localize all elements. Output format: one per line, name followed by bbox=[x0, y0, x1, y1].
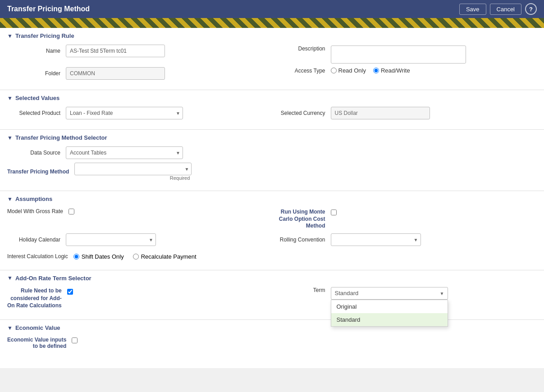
add-on-rule-checkbox[interactable] bbox=[67, 289, 73, 295]
holiday-select-wrapper: ▼ bbox=[66, 233, 156, 246]
folder-group: Folder bbox=[7, 67, 272, 80]
assumptions-header[interactable]: ▼ Assumptions bbox=[7, 196, 537, 202]
selected-values-title: Selected Values bbox=[15, 95, 59, 101]
data-source-select-wrapper: Account Tables Manual ▼ bbox=[66, 146, 183, 159]
page-title: Transfer Pricing Method bbox=[7, 5, 456, 13]
rolling-row: Rolling Convention ▼ bbox=[272, 233, 537, 246]
access-type-label: Access Type bbox=[272, 68, 331, 74]
economic-inputs-row: Economic Value inputsto be defined bbox=[7, 337, 537, 349]
monte-carlo-checkbox-field bbox=[331, 209, 337, 215]
name-description-row: Name Description bbox=[7, 45, 537, 64]
name-label: Name bbox=[7, 48, 66, 54]
currency-group: Selected Currency bbox=[272, 107, 537, 119]
economic-value-section: ▼ Economic Value Economic Value inputsto… bbox=[0, 320, 544, 359]
rolling-right: Rolling Convention ▼ bbox=[272, 233, 537, 246]
tp-method-group: Transfer Pricing Method ▼ Required bbox=[7, 163, 537, 181]
stripe-bar bbox=[0, 18, 544, 28]
selected-values-section: ▼ Selected Values Selected Product Loan … bbox=[0, 90, 544, 130]
rolling-select-wrapper: ▼ bbox=[331, 233, 421, 246]
economic-inputs-checkbox[interactable] bbox=[72, 337, 78, 343]
rolling-conv-label: Rolling Convention bbox=[272, 237, 331, 243]
currency-input bbox=[331, 107, 430, 119]
tp-method-selector-title: Transfer Pricing Method Selector bbox=[15, 134, 107, 141]
description-group: Description bbox=[272, 45, 537, 64]
gross-rate-label: Model With Gross Rate bbox=[7, 208, 69, 214]
recalculate-radio[interactable] bbox=[133, 254, 139, 260]
monte-carlo-row: Run Using MonteCarlo Option CostMethod bbox=[272, 208, 537, 230]
folder-access-row: Folder Access Type Read Only Read/Write bbox=[7, 67, 537, 80]
read-write-option[interactable]: Read/Write bbox=[373, 67, 410, 74]
name-group: Name bbox=[7, 45, 272, 57]
name-input[interactable] bbox=[66, 45, 165, 57]
data-source-label: Data Source bbox=[7, 150, 66, 156]
tp-method-selector-section: ▼ Transfer Pricing Method Selector Data … bbox=[0, 130, 544, 191]
term-label: Term bbox=[272, 287, 331, 293]
folder-input bbox=[66, 67, 165, 80]
data-source-row: Data Source Account Tables Manual ▼ bbox=[7, 146, 537, 159]
chevron-down-icon: ▼ bbox=[7, 135, 13, 141]
economic-value-header[interactable]: ▼ Economic Value bbox=[7, 324, 537, 331]
read-write-label: Read/Write bbox=[381, 67, 410, 74]
gross-rate-checkbox[interactable] bbox=[69, 209, 74, 214]
tp-method-selector-header[interactable]: ▼ Transfer Pricing Method Selector bbox=[7, 134, 537, 141]
add-on-rule-term-row: Rule Need to beconsidered for Add-On Rat… bbox=[7, 287, 537, 310]
product-select-wrapper: Loan - Fixed Rate ▼ bbox=[66, 107, 183, 119]
assumptions-section: ▼ Assumptions Model With Gross Rate Run … bbox=[0, 191, 544, 270]
chevron-down-icon: ▼ bbox=[7, 95, 13, 101]
chevron-down-icon: ▼ bbox=[7, 275, 13, 281]
shift-dates-option[interactable]: Shift Dates Only bbox=[73, 253, 124, 260]
term-option-standard[interactable]: Standard bbox=[331, 313, 448, 326]
gross-rate-checkbox-field bbox=[69, 208, 74, 214]
add-on-rate-section: ▼ Add-On Rate Term Selector Rule Need to… bbox=[0, 270, 544, 320]
rolling-select[interactable] bbox=[331, 233, 421, 246]
interest-calc-row: Interest Calculation Logic Shift Dates O… bbox=[7, 253, 537, 260]
tp-method-select-group: ▼ Required bbox=[74, 163, 192, 181]
product-label: Selected Product bbox=[7, 110, 66, 116]
assumptions-left: Model With Gross Rate bbox=[7, 208, 272, 219]
gross-rate-row: Model With Gross Rate bbox=[7, 208, 272, 214]
tp-method-select-wrapper: ▼ bbox=[74, 163, 192, 175]
assumptions-top-row: Model With Gross Rate Run Using MonteCar… bbox=[7, 208, 537, 230]
data-source-select[interactable]: Account Tables Manual bbox=[66, 146, 183, 159]
read-only-option[interactable]: Read Only bbox=[331, 67, 366, 74]
assumptions-right: Run Using MonteCarlo Option CostMethod bbox=[272, 208, 537, 230]
holiday-rolling-row: Holiday Calendar ▼ Rolling Convention bbox=[7, 233, 537, 250]
economic-inputs-checkbox-field bbox=[72, 337, 78, 343]
interest-calc-options: Shift Dates Only Recalculate Payment bbox=[73, 253, 197, 260]
access-type-group: Access Type Read Only Read/Write bbox=[272, 67, 537, 74]
cancel-button[interactable]: Cancel bbox=[490, 4, 521, 15]
selected-values-header[interactable]: ▼ Selected Values bbox=[7, 95, 537, 101]
term-selected-value: Standard bbox=[335, 290, 359, 296]
read-write-radio[interactable] bbox=[373, 68, 379, 73]
tp-method-select[interactable] bbox=[74, 163, 192, 175]
product-group: Selected Product Loan - Fixed Rate ▼ bbox=[7, 107, 272, 119]
holiday-left: Holiday Calendar ▼ bbox=[7, 233, 272, 250]
add-on-rule-checkbox-field bbox=[67, 287, 73, 295]
chevron-down-icon: ▼ bbox=[7, 33, 13, 39]
description-input[interactable] bbox=[331, 46, 466, 64]
product-select[interactable]: Loan - Fixed Rate bbox=[66, 107, 183, 119]
shift-dates-radio[interactable] bbox=[73, 254, 79, 260]
chevron-down-icon: ▼ bbox=[440, 291, 444, 296]
tp-method-row: Transfer Pricing Method ▼ Required bbox=[7, 163, 537, 181]
monte-carlo-checkbox[interactable] bbox=[331, 210, 337, 215]
main-content: ▼ Transfer Pricing Rule Name Description… bbox=[0, 28, 544, 368]
economic-inputs-label: Economic Value inputsto be defined bbox=[7, 337, 72, 349]
recalculate-option[interactable]: Recalculate Payment bbox=[133, 253, 197, 260]
add-on-rule-label: Rule Need to beconsidered for Add-On Rat… bbox=[7, 287, 67, 310]
transfer-pricing-rule-section: ▼ Transfer Pricing Rule Name Description… bbox=[0, 28, 544, 90]
add-on-rule-group: Rule Need to beconsidered for Add-On Rat… bbox=[7, 287, 272, 310]
help-button[interactable]: ? bbox=[525, 3, 537, 15]
recalculate-label: Recalculate Payment bbox=[141, 253, 197, 260]
save-button[interactable]: Save bbox=[459, 4, 486, 15]
holiday-select[interactable] bbox=[66, 233, 156, 246]
term-select-display[interactable]: Standard ▼ bbox=[331, 287, 448, 300]
term-option-original[interactable]: Original bbox=[331, 300, 448, 313]
access-type-options: Read Only Read/Write bbox=[331, 67, 410, 74]
add-on-rate-header[interactable]: ▼ Add-On Rate Term Selector bbox=[7, 275, 537, 282]
required-text: Required bbox=[74, 175, 192, 181]
transfer-pricing-rule-header[interactable]: ▼ Transfer Pricing Rule bbox=[7, 32, 537, 39]
app-header: Transfer Pricing Method Save Cancel ? bbox=[0, 0, 544, 18]
term-group: Term Standard ▼ Original Standard bbox=[272, 287, 537, 300]
read-only-radio[interactable] bbox=[331, 68, 337, 73]
